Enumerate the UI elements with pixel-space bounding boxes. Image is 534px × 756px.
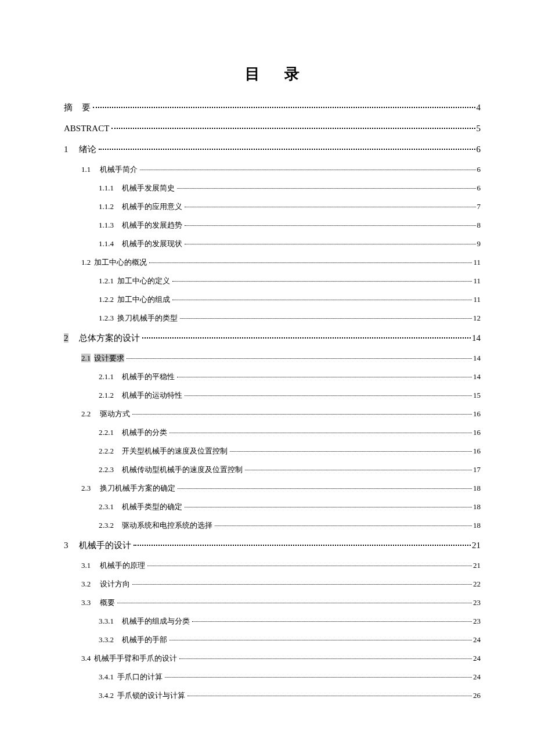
toc-leader [127, 358, 472, 359]
toc-label: 1.2.3换刀机械手的类型 [99, 313, 178, 323]
toc-page: 23 [473, 598, 481, 607]
toc-entry: 2总体方案的设计14 [64, 327, 481, 349]
toc-text: 机械手的设计 [79, 541, 131, 550]
toc-page: 6 [477, 145, 481, 154]
toc-number: 2.2.3 [99, 465, 114, 474]
toc-label: 1.1.4机械手的发展现状 [99, 239, 182, 249]
toc-page: 23 [473, 617, 481, 626]
toc-text: 机械手的手部 [122, 635, 167, 644]
toc-entry: 摘要4 [64, 97, 481, 118]
toc-page: 21 [472, 541, 481, 550]
toc-number: 摘 [64, 103, 73, 112]
toc-page: 6 [477, 183, 481, 193]
toc-label: 1.2.2加工中心的组成 [99, 294, 170, 305]
toc-text: 加工中心的组成 [117, 295, 170, 304]
toc-label: 1.1机械手简介 [81, 164, 138, 175]
toc-number: 1.1.4 [99, 239, 114, 248]
toc-page: 16 [473, 409, 481, 419]
toc-text: 机械手的发展现状 [122, 239, 182, 248]
toc-page: 12 [473, 314, 481, 323]
toc-number: 2.1.2 [99, 391, 114, 399]
toc-number: 1.1.1 [99, 183, 114, 192]
toc-page: 18 [473, 521, 481, 530]
toc-text: 换刀机械手的类型 [117, 314, 178, 322]
toc-leader [117, 603, 472, 603]
toc-label: 2.1.2机械手的运动特性 [99, 390, 182, 401]
toc-leader [111, 128, 475, 129]
toc-page: 17 [473, 465, 481, 474]
toc-leader [230, 451, 472, 452]
toc-text: 机械手的运动特性 [122, 391, 182, 399]
toc-number: 3.3 [81, 598, 91, 607]
toc-leader [172, 281, 472, 282]
toc-entry: 1.2.3换刀机械手的类型12 [99, 309, 481, 327]
toc-number: 3 [64, 541, 68, 550]
toc-page: 16 [473, 428, 481, 437]
toc-label: 2.1设计要求 [81, 353, 124, 363]
toc-number: 1.2.1 [99, 276, 114, 285]
toc-text: 驱动系统和电控系统的选择 [122, 521, 212, 530]
toc-text: 机械传动型机械手的速度及位置控制 [122, 465, 243, 474]
toc-page: 22 [473, 579, 481, 589]
toc-number: 1.2.2 [99, 295, 114, 304]
toc-entry: 3.1机械手的原理21 [81, 556, 481, 575]
toc-text: 机械手的平稳性 [122, 372, 175, 381]
toc-number: 1.2.3 [99, 314, 114, 322]
toc-text: 手爪锁的设计与计算 [117, 691, 185, 700]
toc-page: 11 [473, 258, 481, 267]
toc-entry: 2.1.2机械手的运动特性15 [99, 386, 481, 405]
toc-label: 3.3.2机械手的手部 [99, 635, 167, 645]
toc-leader [180, 318, 472, 319]
toc-leader [93, 107, 475, 108]
toc-text: 机械手的原理 [100, 561, 145, 570]
toc-entry: 3机械手的设计21 [64, 535, 481, 556]
toc-page: 5 [477, 124, 481, 134]
toc-leader [169, 640, 472, 640]
toc-text: 机械手的组成与分类 [122, 617, 190, 625]
toc-number: 2.1.1 [99, 372, 114, 381]
toc-label: 1.1.3机械手的发展趋势 [99, 220, 182, 231]
toc-label: 2.2.1机械手的分类 [99, 427, 167, 438]
toc-page: 18 [473, 502, 481, 512]
toc-text: 设计要求 [94, 354, 124, 362]
toc-text: 概要 [100, 598, 115, 607]
toc-label: 1.1.2机械手的应用意义 [99, 201, 182, 212]
toc-text: 设计方向 [100, 579, 130, 588]
toc-text: 换刀机械手方案的确定 [100, 484, 175, 492]
toc-leader [132, 584, 472, 585]
toc-leader [149, 262, 472, 263]
toc-text: 加工中心的概况 [94, 258, 147, 267]
toc-label: 2.2驱动方式 [81, 409, 130, 419]
toc-number: 2.1 [81, 354, 91, 362]
toc-label: 1.2加工中心的概况 [81, 257, 147, 268]
toc-label: 2.1.1机械手的平稳性 [99, 372, 175, 382]
toc-leader [215, 525, 472, 526]
toc-leader [147, 566, 472, 566]
toc-entry: 3.4.1手爪口的计算24 [99, 668, 481, 686]
toc-leader [177, 188, 476, 189]
toc-entry: 3.4机械手手臂和手爪的设计24 [81, 649, 481, 668]
toc-label: 3.2设计方向 [81, 579, 130, 589]
toc-label: 3.1机械手的原理 [81, 560, 145, 571]
toc-entry: 1.1机械手简介6 [81, 160, 481, 179]
toc-text: 机械手简介 [100, 165, 138, 174]
toc-text: 机械手的发展趋势 [122, 221, 182, 229]
toc-page: 8 [477, 221, 481, 230]
toc-number: 1 [64, 145, 68, 154]
toc-page: 11 [473, 295, 481, 304]
toc-text: 加工中心的定义 [117, 276, 170, 285]
page-title: 目 录 [64, 64, 481, 84]
toc-label: 2.3.2驱动系统和电控系统的选择 [99, 520, 212, 531]
toc-page: 14 [473, 372, 481, 381]
toc-entry: 3.2设计方向22 [81, 575, 481, 593]
toc-leader [192, 621, 472, 622]
toc-entry: 2.3换刀机械手方案的确定18 [81, 479, 481, 498]
toc-leader [142, 337, 471, 339]
toc-entry: 1.1.1机械手发展简史6 [99, 179, 481, 197]
toc-text: 机械手发展简史 [122, 183, 175, 192]
toc-text: 机械手的分类 [122, 428, 167, 437]
toc-number: 3.3.1 [99, 617, 114, 625]
toc-entry: 2.1设计要求14 [81, 349, 481, 368]
toc-leader [187, 696, 472, 696]
toc-entry: 3.4.2手爪锁的设计与计算26 [99, 686, 481, 705]
